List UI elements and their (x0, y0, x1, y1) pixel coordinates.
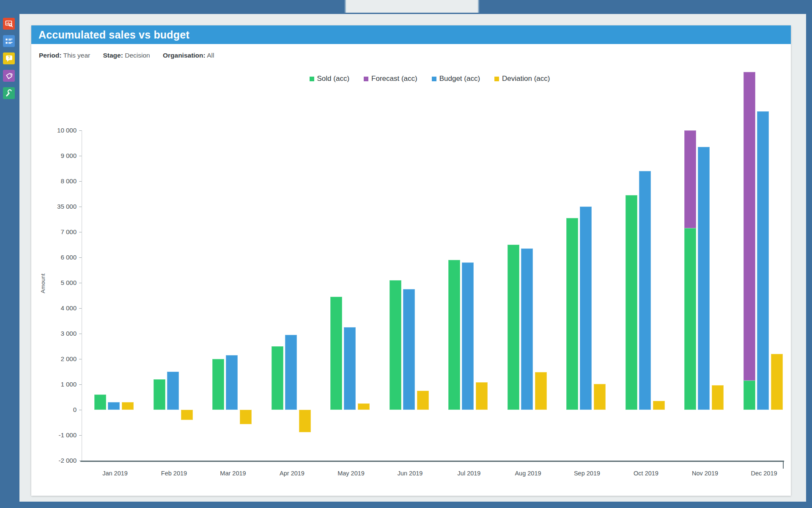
y-tick-label: 3 000 (34, 330, 77, 337)
x-axis-end-tick (783, 462, 784, 469)
x-category-label: Mar 2019 (208, 470, 258, 477)
y-tick (79, 181, 82, 182)
x-category-label: Nov 2019 (680, 470, 730, 477)
y-tick (79, 156, 82, 156)
y-tick-label: 7 000 (34, 228, 77, 235)
bar-deviation-4[interactable] (299, 410, 311, 432)
bar-budget-1[interactable] (108, 402, 120, 410)
bar-sold-2[interactable] (154, 379, 165, 410)
sidebar-wrench-icon[interactable] (3, 87, 15, 99)
app-window: Accumulated sales vs budget Period: This… (19, 14, 806, 502)
bar-forecast-11[interactable] (684, 130, 696, 228)
bar-deviation-10[interactable] (653, 401, 665, 410)
y-tick-label: -1 000 (34, 431, 77, 439)
y-tick (79, 308, 82, 309)
sidebar-list-icon[interactable] (3, 35, 15, 47)
y-tick (79, 130, 82, 131)
bar-budget-3[interactable] (226, 355, 238, 410)
y-tick-label: 35 000 (34, 203, 77, 210)
y-tick (79, 410, 82, 410)
y-tick (79, 257, 82, 258)
y-tick-label: 2 000 (34, 355, 77, 362)
y-tick (79, 334, 82, 334)
x-category-label: Oct 2019 (621, 470, 672, 477)
bar-deviation-5[interactable] (358, 403, 370, 410)
svg-text:?: ? (8, 55, 10, 60)
bar-sold-7[interactable] (448, 260, 460, 410)
x-category-label: Aug 2019 (503, 470, 554, 477)
y-tick-label: 9 000 (34, 152, 77, 159)
sidebar-help-icon[interactable]: ? (3, 52, 15, 64)
bar-sold-6[interactable] (390, 280, 401, 410)
y-tick (79, 384, 82, 385)
bar-budget-12[interactable] (757, 111, 769, 410)
bar-budget-2[interactable] (167, 372, 179, 410)
y-tick (79, 283, 82, 283)
bar-sold-11[interactable] (684, 228, 696, 410)
x-category-label: Apr 2019 (267, 470, 318, 477)
bar-sold-5[interactable] (330, 297, 342, 410)
x-axis-line (80, 461, 784, 462)
bar-deviation-6[interactable] (417, 391, 429, 410)
x-category-label: Jan 2019 (90, 470, 140, 477)
y-tick-label: 8 000 (34, 177, 77, 185)
bar-sold-1[interactable] (94, 395, 106, 410)
bar-budget-7[interactable] (462, 262, 474, 410)
y-tick-label: -2 000 (34, 457, 77, 464)
bar-sold-8[interactable] (508, 245, 519, 410)
bar-deviation-8[interactable] (535, 372, 547, 410)
x-category-label: Jun 2019 (385, 470, 436, 477)
app-launcher-sidebar: ? (3, 18, 15, 105)
bar-budget-6[interactable] (403, 289, 415, 410)
x-category-label: Sep 2019 (562, 470, 612, 477)
y-axis-line (82, 130, 82, 461)
bar-budget-4[interactable] (285, 335, 297, 410)
bar-deviation-7[interactable] (476, 382, 488, 410)
y-tick-label: 10 000 (34, 127, 77, 134)
bar-budget-10[interactable] (639, 171, 651, 410)
sidebar-tag-icon[interactable] (3, 70, 15, 82)
bar-budget-5[interactable] (344, 327, 356, 410)
sidebar-chart-search-icon[interactable] (3, 18, 15, 30)
y-tick (79, 359, 82, 359)
x-category-label: Jul 2019 (444, 470, 494, 477)
bar-deviation-3[interactable] (240, 410, 252, 424)
bar-deviation-12[interactable] (771, 354, 783, 410)
bar-budget-11[interactable] (698, 147, 710, 410)
bar-forecast-12[interactable] (743, 72, 755, 381)
bar-sold-3[interactable] (212, 359, 224, 410)
x-category-label: May 2019 (326, 470, 376, 477)
y-tick-label: 5 000 (34, 279, 77, 286)
bar-deviation-2[interactable] (181, 410, 193, 420)
bar-deviation-1[interactable] (122, 402, 134, 410)
plot-area: 10 0009 0008 00035 0007 0006 0005 0004 0… (31, 25, 791, 496)
y-tick (79, 435, 82, 436)
y-tick-label: 4 000 (34, 304, 77, 312)
x-category-label: Feb 2019 (149, 470, 200, 477)
y-tick-label: 1 000 (34, 381, 77, 388)
window-tab[interactable] (345, 0, 479, 13)
y-tick (79, 207, 82, 207)
bar-deviation-9[interactable] (594, 384, 606, 410)
bar-sold-4[interactable] (272, 346, 283, 410)
chart-card: Accumulated sales vs budget Period: This… (31, 25, 791, 496)
y-tick (79, 232, 82, 232)
bar-sold-9[interactable] (566, 218, 578, 410)
y-tick-label: 6 000 (34, 254, 77, 261)
bar-sold-12[interactable] (743, 381, 755, 410)
bar-sold-10[interactable] (625, 195, 637, 410)
y-tick-label: 0 (34, 406, 77, 413)
x-category-label: Dec 2019 (739, 470, 790, 477)
bar-budget-8[interactable] (521, 248, 533, 410)
bar-budget-9[interactable] (580, 207, 592, 410)
bar-deviation-11[interactable] (712, 385, 724, 410)
